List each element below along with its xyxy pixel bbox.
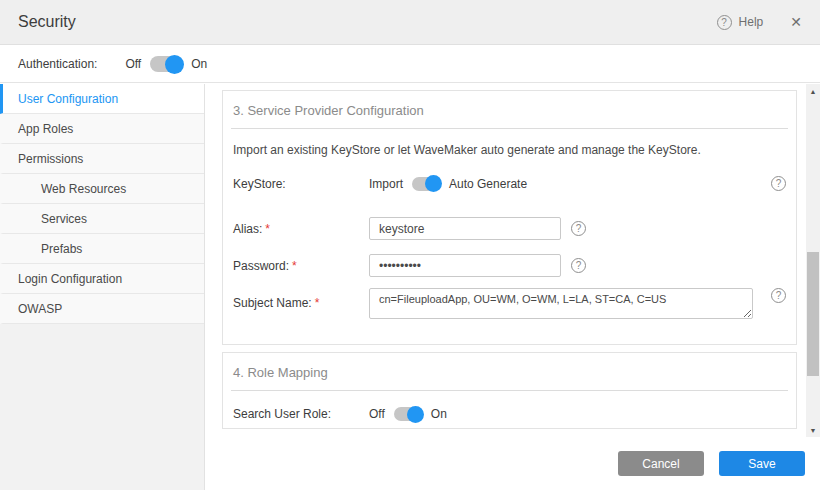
save-button[interactable]: Save: [719, 451, 805, 476]
sidebar-item-permissions[interactable]: Permissions: [0, 144, 204, 174]
sidebar-item-services[interactable]: Services: [0, 204, 204, 234]
keystore-help-icon[interactable]: ?: [771, 176, 786, 191]
toggle-knob: [407, 406, 424, 423]
alias-help-icon[interactable]: ?: [571, 221, 586, 236]
search-user-role-on-label: On: [431, 407, 447, 421]
sidebar-item-login-configuration[interactable]: Login Configuration: [0, 264, 204, 294]
keystore-import-label: Import: [369, 177, 403, 191]
toggle-knob: [425, 175, 442, 192]
sidebar-item-app-roles[interactable]: App Roles: [0, 114, 204, 144]
authentication-off-label: Off: [125, 57, 141, 71]
help-icon[interactable]: ?: [717, 15, 732, 30]
subject-name-label-text: Subject Name:: [233, 296, 312, 310]
password-label: Password:*: [233, 259, 369, 273]
keystore-toggle[interactable]: [412, 177, 440, 191]
subject-name-textarea[interactable]: cn=FileuploadApp, OU=WM, O=WM, L=LA, ST=…: [369, 288, 753, 319]
sidebar: User Configuration App Roles Permissions…: [0, 84, 205, 490]
password-row: Password:* ?: [231, 254, 788, 277]
vertical-scrollbar[interactable]: ▲ ▼: [806, 84, 820, 437]
sidebar-item-owasp[interactable]: OWASP: [0, 294, 204, 324]
keystore-auto-generate-label: Auto Generate: [449, 177, 527, 191]
section-title: 4. Role Mapping: [231, 361, 788, 380]
sidebar-item-user-configuration[interactable]: User Configuration: [0, 84, 204, 114]
alias-input[interactable]: [369, 217, 561, 240]
keystore-label: KeyStore:: [233, 177, 369, 191]
search-user-role-row: Search User Role: Off On: [231, 407, 788, 421]
section-role-mapping: 4. Role Mapping Search User Role: Off On: [222, 352, 797, 429]
header-actions: ? Help ✕: [717, 14, 802, 30]
toggle-knob: [165, 55, 184, 74]
section-divider: [231, 128, 788, 129]
required-asterisk: *: [292, 259, 297, 273]
main-content: 3. Service Provider Configuration Import…: [206, 84, 820, 437]
subject-name-help-icon[interactable]: ?: [771, 288, 786, 303]
authentication-on-label: On: [191, 57, 207, 71]
sidebar-item-web-resources[interactable]: Web Resources: [0, 174, 204, 204]
password-help-icon[interactable]: ?: [571, 258, 586, 273]
password-input[interactable]: [369, 254, 561, 277]
close-icon[interactable]: ✕: [790, 14, 802, 30]
help-link[interactable]: Help: [739, 15, 764, 29]
subject-name-row: Subject Name:* cn=FileuploadApp, OU=WM, …: [231, 288, 788, 319]
alias-row: Alias:* ?: [231, 217, 788, 240]
alias-label: Alias:*: [233, 222, 369, 236]
scroll-down-icon[interactable]: ▼: [806, 423, 820, 437]
scrollbar-thumb[interactable]: [807, 252, 819, 376]
alias-label-text: Alias:: [233, 222, 262, 236]
required-asterisk: *: [265, 222, 270, 236]
search-user-role-toggle[interactable]: [394, 407, 422, 421]
keystore-description: Import an existing KeyStore or let WaveM…: [233, 143, 788, 157]
authentication-toggle[interactable]: [150, 56, 182, 72]
page-title: Security: [18, 13, 76, 31]
password-label-text: Password:: [233, 259, 289, 273]
sidebar-item-prefabs[interactable]: Prefabs: [0, 234, 204, 264]
window-header: Security ? Help ✕: [0, 0, 820, 45]
search-user-role-off-label: Off: [369, 407, 385, 421]
section-divider: [231, 390, 788, 391]
cancel-button[interactable]: Cancel: [618, 451, 704, 476]
authentication-label: Authentication:: [18, 57, 97, 71]
footer-actions: Cancel Save: [206, 437, 820, 490]
required-asterisk: *: [315, 296, 320, 310]
scroll-up-icon[interactable]: ▲: [806, 84, 820, 98]
authentication-bar: Authentication: Off On: [0, 46, 820, 83]
subject-name-label: Subject Name:*: [233, 288, 369, 310]
keystore-row: KeyStore: Import Auto Generate ?: [231, 176, 788, 191]
section-service-provider-configuration: 3. Service Provider Configuration Import…: [222, 90, 797, 345]
search-user-role-label: Search User Role:: [233, 407, 369, 421]
section-title: 3. Service Provider Configuration: [231, 99, 788, 118]
